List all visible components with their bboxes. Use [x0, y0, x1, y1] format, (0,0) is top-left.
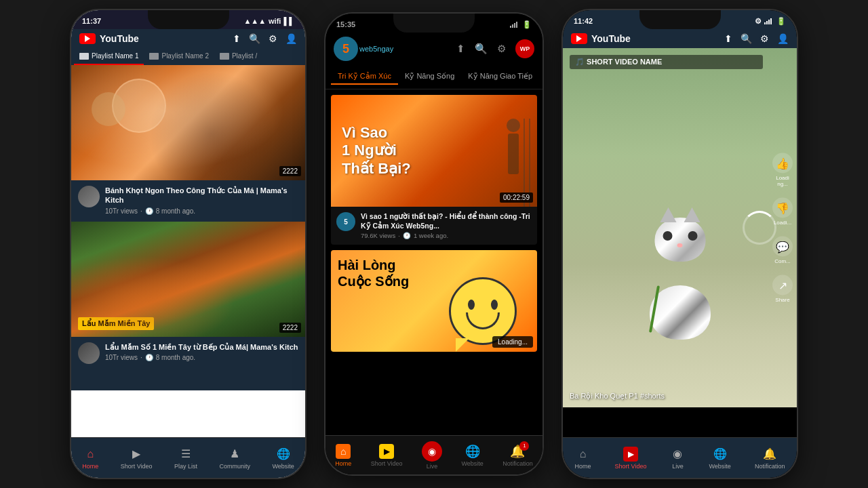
p2-cat-3[interactable]: Kỹ Năng Giao Tiếp — [461, 69, 539, 85]
svg-rect-0 — [510, 26, 511, 28]
playlist-tab-label-3: Playlist / — [232, 52, 257, 60]
p3-nav-notification-label: Notification — [755, 463, 785, 470]
v2-line1: Hài Lòng — [338, 258, 396, 272]
p2-ch-avatar-1: 5 — [336, 212, 355, 231]
p3-nav-notification[interactable]: 🔔 Notification — [755, 447, 785, 470]
cat-nose — [677, 243, 683, 247]
nav-shortvideo-label-1: Short Video — [121, 463, 153, 470]
short-comment-button[interactable]: 💬 Com... — [772, 237, 793, 264]
wifi-icon-1: wifi — [269, 17, 281, 25]
phone-2: 15:35 🔋 5 web5ngay ⬆ 🔍 ⚙ WP — [326, 14, 542, 474]
p3-notification-icon: 🔔 — [762, 447, 777, 462]
short-share-button[interactable]: ↗ Share — [772, 275, 793, 303]
p3-nav-home-label: Home — [575, 463, 591, 470]
p3-nav-short[interactable]: ▶ Short Video — [615, 447, 647, 470]
playlist-tab-3[interactable]: Playlist / — [214, 48, 262, 65]
time-2: 15:35 — [336, 20, 355, 28]
p2-cat-4[interactable]: Học Làm C... — [539, 69, 542, 85]
nav-home-1[interactable]: ⌂ Home — [82, 447, 98, 470]
p2-live-icon: ◉ — [422, 441, 442, 462]
comment-label: Com... — [774, 258, 791, 264]
video-sub-1: 10Tr views · 🕐 8 month ago. — [105, 207, 298, 215]
p2-video-meta-1: 5 Vì sao 1 người thất bại? - Hiểu để thà… — [331, 207, 537, 245]
p2-clock-icon-1: 🕐 — [403, 232, 411, 239]
status-icons-2: 🔋 — [510, 20, 532, 29]
video-item-2[interactable]: Lẩu Mắm Miền Tây 2222 Lẩu Mắm Số 1 Miền … — [71, 222, 305, 369]
video-overlay-text-2: Lẩu Mắm Miền Tây — [78, 317, 154, 330]
phone-2-notch — [393, 14, 475, 33]
share-icon-short: ↗ — [772, 275, 793, 296]
nav-shortvideo-1[interactable]: ▶ Short Video — [121, 447, 153, 470]
clock-icon-2: 🕐 — [145, 354, 153, 361]
p3-share-icon[interactable]: ⬆ — [724, 33, 732, 44]
p2-cat-2[interactable]: Kỹ Năng Sống — [398, 69, 461, 85]
v1-line2: 1 Người — [342, 142, 397, 159]
short-title-text: 🎵 SHORT VIDEO NAME — [575, 58, 662, 66]
p3-yt-header: YouTube ⬆ 🔍 ⚙ 👤 — [563, 29, 797, 48]
nav-community-label-1: Community — [219, 463, 250, 470]
time-1: 11:37 — [82, 17, 101, 25]
p2-video-card-2[interactable]: Hài Lòng Cuộc Sống Loading... — [331, 250, 537, 352]
p2-cat-label-2: Kỹ Năng Sống — [405, 72, 454, 80]
p2-nav-short[interactable]: ▶ Short Video — [371, 444, 403, 467]
dislike-label: Loadi... — [774, 220, 791, 226]
playlist-tab-2[interactable]: Playlist Name 2 — [144, 48, 214, 65]
v1-line3: Thất Bại? — [342, 160, 411, 177]
nav-playlist-1[interactable]: ☰ Play List — [174, 447, 197, 470]
p2-logo-subtext: web5ngay — [359, 45, 393, 53]
nav-website-1[interactable]: 🌐 Website — [272, 447, 294, 470]
p2-nav-home[interactable]: ⌂ Home — [335, 444, 351, 467]
playlist-tab-1[interactable]: Playlist Name 1 — [74, 48, 144, 65]
like-label: Loading... — [776, 175, 789, 187]
comment-icon: 💬 — [772, 237, 793, 257]
video-item-1[interactable]: 2222 Bánh Khọt Ngon Theo Công Thức Của M… — [71, 65, 305, 220]
video-list: 2222 Bánh Khọt Ngon Theo Công Thức Của M… — [71, 65, 305, 390]
p2-settings-icon[interactable]: ⚙ — [497, 43, 506, 55]
video-badge-2: 2222 — [279, 323, 301, 333]
settings-icon[interactable]: ⚙ — [269, 33, 277, 44]
svg-rect-2 — [514, 23, 515, 28]
signal-icon-1: ▲▲▲ — [243, 17, 266, 25]
nav-website-label-1: Website — [272, 463, 294, 470]
p3-nav-short-label: Short Video — [615, 463, 647, 470]
nav-community-1[interactable]: ♟ Community — [219, 447, 250, 470]
p3-website-icon: 🌐 — [713, 447, 728, 462]
svg-rect-4 — [764, 22, 766, 24]
signal-icon-3 — [764, 18, 774, 24]
p2-nav-website[interactable]: 🌐 Website — [461, 444, 483, 467]
p3-account-icon[interactable]: 👤 — [777, 33, 789, 44]
video-thumb-2: Lẩu Mắm Miền Tây 2222 — [71, 222, 305, 337]
gear-icon-3: ⚙ — [755, 17, 762, 26]
p2-cat-1[interactable]: Tri Kỹ Cảm Xúc — [331, 69, 398, 85]
phone-1-screen: 11:37 ▲▲▲ wifi ▌▌ YouTube ⬆ 🔍 ⚙ 👤 — [71, 10, 305, 478]
p3-settings-icon[interactable]: ⚙ — [760, 33, 769, 44]
p3-search-icon[interactable]: 🔍 — [741, 33, 752, 44]
short-action-buttons: 👍 Loading... 👎 Loadi... 💬 Com... ↗ Share — [772, 153, 793, 303]
status-icons-1: ▲▲▲ wifi ▌▌ — [243, 17, 294, 25]
video-title-1: Bánh Khọt Ngon Theo Công Thức Của Má | M… — [105, 186, 298, 205]
p2-search-icon[interactable]: 🔍 — [475, 43, 488, 55]
account-icon[interactable]: 👤 — [285, 33, 297, 44]
v2-line2: Cuộc Sống — [338, 274, 409, 289]
video-avatar-2 — [78, 342, 100, 364]
share-icon[interactable]: ⬆ — [233, 33, 241, 44]
yt-logo-text: YouTube — [100, 33, 139, 44]
p3-nav-website[interactable]: 🌐 Website — [709, 447, 731, 470]
p3-nav-live[interactable]: ◉ Live — [670, 447, 685, 470]
battery-icon-1: ▌▌ — [283, 17, 294, 25]
share-label: Share — [775, 297, 789, 303]
p2-video-card-1[interactable]: Vì Sao 1 Người Thất Bại? 00:22:59 — [331, 95, 537, 245]
p3-youtube-logo-icon — [571, 33, 587, 44]
p2-thumb-2: Hài Lòng Cuộc Sống Loading... — [331, 250, 537, 352]
cat-figure — [626, 204, 734, 340]
p2-header-icons: ⬆ 🔍 ⚙ WP — [456, 39, 534, 58]
signal-icon-2 — [510, 21, 519, 28]
search-icon[interactable]: 🔍 — [249, 33, 260, 44]
p2-share-icon[interactable]: ⬆ — [456, 43, 465, 55]
p3-nav-home[interactable]: ⌂ Home — [575, 447, 591, 470]
p2-nav-live[interactable]: ◉ Live — [422, 441, 442, 470]
short-dislike-button[interactable]: 👎 Loadi... — [772, 198, 793, 226]
p2-nav-notification[interactable]: 🔔 1 Notification — [502, 444, 533, 467]
short-like-button[interactable]: 👍 Loading... — [772, 153, 793, 187]
video-title-2: Lẩu Mắm Số 1 Miền Tây từ Bếp Của Má| Mam… — [105, 342, 298, 352]
